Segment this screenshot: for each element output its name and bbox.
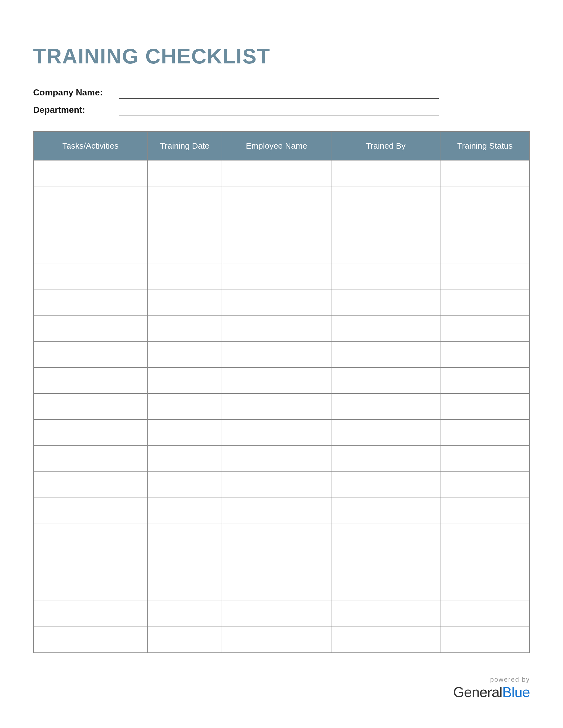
- cell-date[interactable]: [148, 445, 222, 471]
- cell-trainer[interactable]: [331, 471, 441, 497]
- cell-status[interactable]: [440, 549, 530, 575]
- cell-trainer[interactable]: [331, 290, 441, 316]
- cell-task[interactable]: [33, 601, 148, 627]
- cell-date[interactable]: [148, 368, 222, 394]
- cell-date[interactable]: [148, 290, 222, 316]
- cell-trainer[interactable]: [331, 575, 441, 601]
- cell-employee[interactable]: [222, 186, 331, 212]
- cell-date[interactable]: [148, 342, 222, 368]
- cell-trainer[interactable]: [331, 238, 441, 264]
- department-row: Department:: [33, 105, 530, 116]
- cell-task[interactable]: [33, 471, 148, 497]
- cell-employee[interactable]: [222, 419, 331, 445]
- cell-employee[interactable]: [222, 601, 331, 627]
- cell-task[interactable]: [33, 419, 148, 445]
- cell-trainer[interactable]: [331, 316, 441, 342]
- cell-employee[interactable]: [222, 316, 331, 342]
- cell-trainer[interactable]: [331, 497, 441, 523]
- cell-date[interactable]: [148, 394, 222, 419]
- cell-date[interactable]: [148, 575, 222, 601]
- cell-employee[interactable]: [222, 394, 331, 419]
- cell-status[interactable]: [440, 575, 530, 601]
- cell-employee[interactable]: [222, 290, 331, 316]
- cell-date[interactable]: [148, 471, 222, 497]
- cell-employee[interactable]: [222, 368, 331, 394]
- company-input-line[interactable]: [119, 89, 439, 99]
- cell-date[interactable]: [148, 186, 222, 212]
- cell-status[interactable]: [440, 264, 530, 290]
- cell-task[interactable]: [33, 264, 148, 290]
- cell-date[interactable]: [148, 264, 222, 290]
- cell-task[interactable]: [33, 575, 148, 601]
- cell-date[interactable]: [148, 238, 222, 264]
- cell-task[interactable]: [33, 290, 148, 316]
- cell-task[interactable]: [33, 342, 148, 368]
- cell-trainer[interactable]: [331, 342, 441, 368]
- cell-trainer[interactable]: [331, 264, 441, 290]
- cell-task[interactable]: [33, 523, 148, 549]
- cell-trainer[interactable]: [331, 445, 441, 471]
- cell-status[interactable]: [440, 316, 530, 342]
- cell-employee[interactable]: [222, 497, 331, 523]
- cell-status[interactable]: [440, 394, 530, 419]
- cell-trainer[interactable]: [331, 601, 441, 627]
- cell-status[interactable]: [440, 627, 530, 653]
- cell-trainer[interactable]: [331, 549, 441, 575]
- cell-employee[interactable]: [222, 445, 331, 471]
- cell-task[interactable]: [33, 627, 148, 653]
- cell-status[interactable]: [440, 160, 530, 186]
- cell-task[interactable]: [33, 238, 148, 264]
- cell-trainer[interactable]: [331, 419, 441, 445]
- cell-task[interactable]: [33, 394, 148, 419]
- cell-trainer[interactable]: [331, 368, 441, 394]
- cell-status[interactable]: [440, 238, 530, 264]
- cell-trainer[interactable]: [331, 186, 441, 212]
- cell-status[interactable]: [440, 523, 530, 549]
- cell-task[interactable]: [33, 186, 148, 212]
- cell-employee[interactable]: [222, 549, 331, 575]
- cell-status[interactable]: [440, 601, 530, 627]
- cell-status[interactable]: [440, 290, 530, 316]
- cell-date[interactable]: [148, 212, 222, 238]
- cell-employee[interactable]: [222, 342, 331, 368]
- cell-employee[interactable]: [222, 575, 331, 601]
- cell-task[interactable]: [33, 316, 148, 342]
- cell-status[interactable]: [440, 471, 530, 497]
- cell-date[interactable]: [148, 627, 222, 653]
- cell-date[interactable]: [148, 419, 222, 445]
- cell-employee[interactable]: [222, 238, 331, 264]
- cell-date[interactable]: [148, 160, 222, 186]
- cell-employee[interactable]: [222, 212, 331, 238]
- cell-status[interactable]: [440, 419, 530, 445]
- cell-status[interactable]: [440, 186, 530, 212]
- cell-trainer[interactable]: [331, 627, 441, 653]
- cell-date[interactable]: [148, 316, 222, 342]
- cell-trainer[interactable]: [331, 394, 441, 419]
- cell-trainer[interactable]: [331, 160, 441, 186]
- cell-trainer[interactable]: [331, 523, 441, 549]
- cell-date[interactable]: [148, 601, 222, 627]
- cell-status[interactable]: [440, 368, 530, 394]
- cell-employee[interactable]: [222, 160, 331, 186]
- cell-date[interactable]: [148, 523, 222, 549]
- department-input-line[interactable]: [119, 106, 439, 116]
- cell-task[interactable]: [33, 497, 148, 523]
- footer-brand: GeneralBlue: [453, 684, 530, 700]
- cell-employee[interactable]: [222, 264, 331, 290]
- cell-status[interactable]: [440, 212, 530, 238]
- table-row: [33, 419, 530, 445]
- cell-employee[interactable]: [222, 627, 331, 653]
- cell-task[interactable]: [33, 368, 148, 394]
- cell-task[interactable]: [33, 212, 148, 238]
- cell-date[interactable]: [148, 549, 222, 575]
- cell-status[interactable]: [440, 445, 530, 471]
- cell-status[interactable]: [440, 342, 530, 368]
- cell-task[interactable]: [33, 549, 148, 575]
- cell-employee[interactable]: [222, 523, 331, 549]
- cell-employee[interactable]: [222, 471, 331, 497]
- cell-task[interactable]: [33, 445, 148, 471]
- cell-task[interactable]: [33, 160, 148, 186]
- cell-date[interactable]: [148, 497, 222, 523]
- cell-status[interactable]: [440, 497, 530, 523]
- cell-trainer[interactable]: [331, 212, 441, 238]
